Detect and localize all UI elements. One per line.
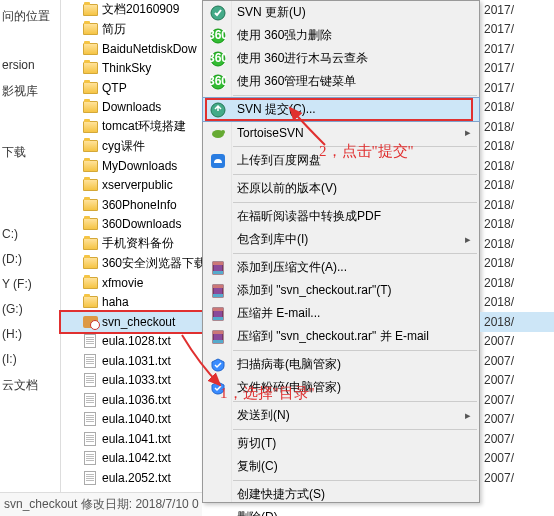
menu-item-8[interactable]: 上传到百度网盘 [203,149,479,172]
menu-label: 使用 360进行木马云查杀 [237,50,368,67]
menu-separator [233,350,477,351]
file-name: eula.1031.txt [102,354,171,368]
file-name: Downloads [102,100,161,114]
file-row-svn-checkout[interactable]: svn_checkout [61,312,202,332]
svn-icon [206,3,230,23]
file-row-eula-1041-txt[interactable]: eula.1041.txt [61,429,202,449]
folder-icon [81,177,99,193]
menu-item-3[interactable]: 360使用 360管理右键菜单 [203,70,479,93]
menu-item-12[interactable]: 在福昕阅读器中转换成PDF [203,205,479,228]
file-row-eula-1031-txt[interactable]: eula.1031.txt [61,351,202,371]
menu-item-10[interactable]: 还原以前的版本(V) [203,177,479,200]
tree-item-3[interactable]: ersion [0,54,60,76]
menu-item-0[interactable]: SVN 更新(U) [203,1,479,24]
file-row-thinksky[interactable]: ThinkSky [61,59,202,79]
menu-item-20[interactable]: 扫描病毒(电脑管家) [203,353,479,376]
menu-item-29[interactable]: 删除(D) [203,506,479,516]
tree-item-20[interactable]: 云文档 [0,373,60,398]
folder-icon [81,60,99,76]
folder-icon [81,216,99,232]
menu-item-18[interactable]: 压缩到 "svn_checkout.rar" 并 E-mail [203,325,479,348]
status-bar: svn_checkout 修改日期: 2018/7/10 0 [0,492,202,516]
file-row-360phoneinfo[interactable]: 360PhoneInfo [61,195,202,215]
file-row-------[interactable]: 手机资料备份 [61,234,202,254]
file-row-tomcat----[interactable]: tomcat环境搭建 [61,117,202,137]
tree-item-18[interactable]: (H:) [0,323,60,345]
file-row-downloads[interactable]: Downloads [61,98,202,118]
menu-item-17[interactable]: 压缩并 E-mail... [203,302,479,325]
tortoise-icon [206,123,230,143]
menu-item-5[interactable]: SVN 提交(C)... [203,98,479,121]
menu-item-28[interactable]: 创建快捷方式(S) [203,483,479,506]
tree-item-17[interactable]: (G:) [0,298,60,320]
tree-item-1[interactable] [0,32,60,40]
file-row-eula-1033-txt[interactable]: eula.1033.txt [61,371,202,391]
menu-item-26[interactable]: 复制(C) [203,455,479,478]
tree-item-0[interactable]: 问的位置 [0,4,60,29]
menu-item-2[interactable]: 360使用 360进行木马云查杀 [203,47,479,70]
file-row-eula-1040-txt[interactable]: eula.1040.txt [61,410,202,430]
file-row-xserverpublic[interactable]: xserverpublic [61,176,202,196]
text-file-icon [81,392,99,408]
folder-icon [81,21,99,37]
file-name: 手机资料备份 [102,235,174,252]
tree-item-16[interactable]: Y (F:) [0,273,60,295]
text-file-icon [81,470,99,486]
menu-label: 删除(D) [237,509,278,516]
file-row-haha[interactable]: haha [61,293,202,313]
file-name: eula.2052.txt [102,471,171,485]
baidu-icon [206,151,230,171]
tree-item-5[interactable] [0,107,60,115]
file-row---20160909[interactable]: 文档20160909 [61,0,202,20]
tree-item-2[interactable] [0,43,60,51]
rar-icon [206,304,230,324]
file-row-360-------[interactable]: 360安全浏览器下载 [61,254,202,274]
file-row-eula-1036-txt[interactable]: eula.1036.txt [61,390,202,410]
file-row-xfmovie[interactable]: xfmovie [61,273,202,293]
file-row-eula-1042-txt[interactable]: eula.1042.txt [61,449,202,469]
rar-icon [206,258,230,278]
blank-icon [206,207,230,227]
folder-icon [81,275,99,291]
menu-item-1[interactable]: 360使用 360强力删除 [203,24,479,47]
menu-item-15[interactable]: 添加到压缩文件(A)... [203,256,479,279]
tree-item-4[interactable]: 影视库 [0,79,60,104]
tree-item-15[interactable]: (D:) [0,248,60,270]
menu-label: 使用 360管理右键菜单 [237,73,356,90]
file-row---[interactable]: 简历 [61,20,202,40]
file-row-360downloads[interactable]: 360Downloads [61,215,202,235]
qq-icon [206,355,230,375]
tree-item-14[interactable]: C:) [0,223,60,245]
folder-icon [81,119,99,135]
menu-item-6[interactable]: TortoiseSVN [203,121,479,144]
tree-item-9[interactable] [0,168,60,176]
date-cell: 2018/ [480,273,554,293]
file-row-qtp[interactable]: QTP [61,78,202,98]
svg-rect-19 [213,317,223,320]
file-row-eula-2052-txt[interactable]: eula.2052.txt [61,468,202,488]
menu-item-23[interactable]: 发送到(N) [203,404,479,427]
menu-item-13[interactable]: 包含到库中(I) [203,228,479,251]
date-cell: 2007/ [480,429,554,449]
menu-separator [233,146,477,147]
file-row-eula-1028-txt[interactable]: eula.1028.txt [61,332,202,352]
file-row-cyg--[interactable]: cyg课件 [61,137,202,157]
tree-item-11[interactable] [0,190,60,198]
tree-item-19[interactable]: (I:) [0,348,60,370]
menu-item-25[interactable]: 剪切(T) [203,432,479,455]
file-name: ThinkSky [102,61,151,75]
svncommit-icon [206,100,230,120]
tree-item-12[interactable] [0,201,60,209]
menu-item-16[interactable]: 添加到 "svn_checkout.rar"(T) [203,279,479,302]
tree-item-10[interactable] [0,179,60,187]
tree-item-7[interactable] [0,129,60,137]
tree-item-13[interactable] [0,212,60,220]
menu-label: SVN 更新(U) [237,4,306,21]
tree-item-8[interactable]: 下载 [0,140,60,165]
menu-label: TortoiseSVN [237,126,304,140]
menu-item-21[interactable]: 文件粉碎(电脑管家) [203,376,479,399]
file-row-baidunetdiskdow[interactable]: BaiduNetdiskDow [61,39,202,59]
file-row-mydownloads[interactable]: MyDownloads [61,156,202,176]
tree-item-6[interactable] [0,118,60,126]
date-cell: 2007/ [480,468,554,488]
